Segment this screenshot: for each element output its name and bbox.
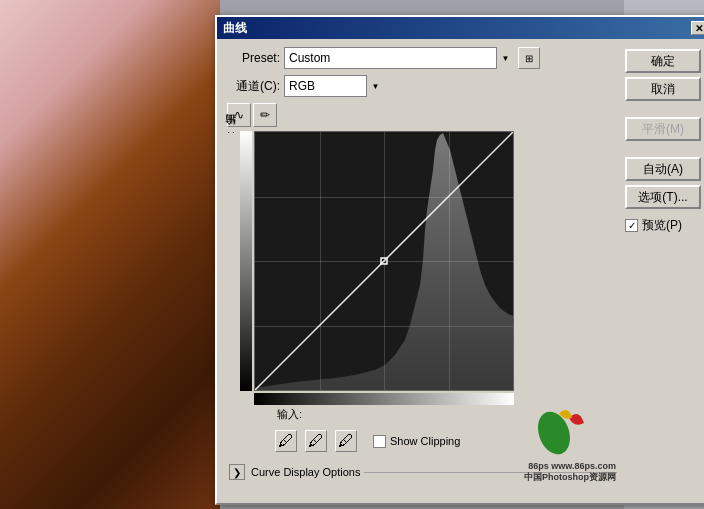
preview-label: 预览(P) <box>642 217 682 234</box>
curve-tool-button[interactable]: ∿ <box>227 103 251 127</box>
channel-label: 通道(C): <box>225 78 280 95</box>
right-panel: 确定 取消 平滑(M) 自动(A) 选项(T)... ✓ 预览(P) <box>625 47 704 480</box>
show-clipping-area: Show Clipping <box>373 435 460 448</box>
curves-dialog: 曲线 ✕ Preset: Custom ▼ ⊞ 通道(C): <box>215 15 704 505</box>
options-separator-line <box>364 472 617 473</box>
button-separator-2 <box>625 145 704 153</box>
background-image <box>0 0 220 509</box>
horizontal-gradient-bar <box>254 393 514 405</box>
preview-check: ✓ <box>628 220 636 231</box>
graph-with-gradient <box>240 131 514 405</box>
input-row: 输入: <box>277 407 617 422</box>
show-clipping-label: Show Clipping <box>390 435 460 447</box>
gray-point-eyedropper[interactable]: 🖊 <box>305 430 327 452</box>
curve-tools: ∿ ✏ <box>227 103 617 127</box>
preview-row: ✓ 预览(P) <box>625 217 704 234</box>
white-point-eyedropper[interactable]: 🖊 <box>335 430 357 452</box>
pencil-icon: ✏ <box>260 108 270 122</box>
preview-checkbox[interactable]: ✓ <box>625 219 638 232</box>
left-panel: Preset: Custom ▼ ⊞ 通道(C): RGB ▼ <box>225 47 617 480</box>
curve-graph[interactable] <box>254 131 514 391</box>
black-point-eyedropper[interactable]: 🖊 <box>275 430 297 452</box>
vertical-gradient-bar <box>240 131 252 391</box>
preset-select-wrapper: Custom ▼ <box>284 47 514 69</box>
black-eyedropper-icon: 🖊 <box>278 432 294 450</box>
curve-section: 输出: <box>225 131 617 405</box>
gray-eyedropper-icon: 🖊 <box>308 432 324 450</box>
bottom-tools: 🖊 🖊 🖊 Show Clipping <box>275 430 617 452</box>
curve-display-options: ❯ Curve Display Options <box>229 464 617 480</box>
curve-icon: ∿ <box>234 108 244 122</box>
ok-button[interactable]: 确定 <box>625 49 701 73</box>
output-section: 输出: <box>225 131 238 142</box>
expand-button[interactable]: ❯ <box>229 464 245 480</box>
options-button[interactable]: 选项(T)... <box>625 185 701 209</box>
close-button[interactable]: ✕ <box>691 21 704 35</box>
button-separator <box>625 105 704 113</box>
channel-row: 通道(C): RGB ▼ <box>225 75 617 97</box>
curve-line <box>255 132 513 390</box>
auto-button[interactable]: 自动(A) <box>625 157 701 181</box>
dialog-title: 曲线 <box>223 20 247 37</box>
input-label: 输入: <box>277 408 302 420</box>
show-clipping-checkbox[interactable] <box>373 435 386 448</box>
preset-icon: ⊞ <box>525 53 533 64</box>
title-bar: 曲线 ✕ <box>217 17 704 39</box>
pencil-tool-button[interactable]: ✏ <box>253 103 277 127</box>
curve-display-options-label: Curve Display Options <box>251 466 360 478</box>
expand-icon: ❯ <box>233 467 241 478</box>
preset-select[interactable]: Custom <box>284 47 514 69</box>
preset-label: Preset: <box>225 51 280 65</box>
svg-line-0 <box>255 132 513 390</box>
output-label: 输出: <box>225 131 236 134</box>
smooth-button[interactable]: 平滑(M) <box>625 117 701 141</box>
channel-select-wrapper: RGB ▼ <box>284 75 384 97</box>
cancel-button[interactable]: 取消 <box>625 77 701 101</box>
preset-row: Preset: Custom ▼ ⊞ <box>225 47 617 69</box>
channel-select[interactable]: RGB <box>284 75 384 97</box>
white-eyedropper-icon: 🖊 <box>338 432 354 450</box>
preset-icon-button[interactable]: ⊞ <box>518 47 540 69</box>
dialog-body: Preset: Custom ▼ ⊞ 通道(C): RGB ▼ <box>217 39 704 488</box>
graph-column <box>254 131 514 405</box>
